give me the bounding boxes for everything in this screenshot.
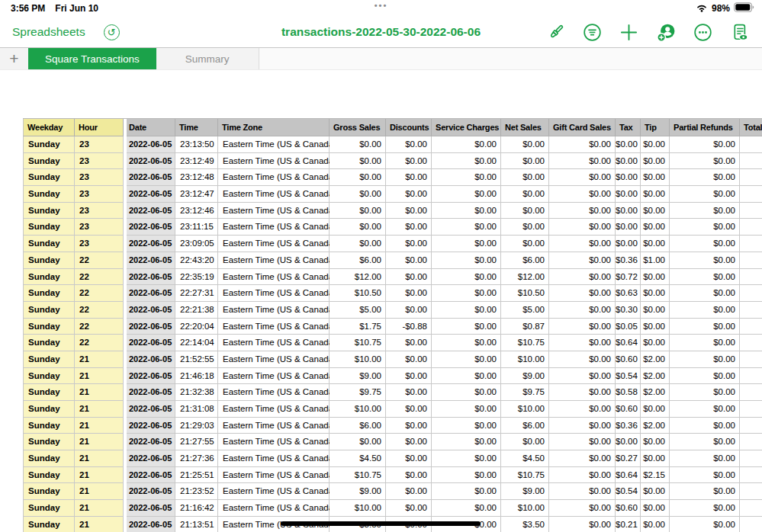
tab-square-transactions[interactable]: Square Transactions <box>28 48 156 69</box>
cell-partial-refunds-r1[interactable]: $0.00 <box>670 136 740 153</box>
cell-weekday-r8[interactable]: Sunday <box>23 252 75 269</box>
cell-weekday-r13[interactable]: Sunday <box>23 335 75 351</box>
cell-net-sales-r18[interactable]: $6.00 <box>501 418 549 434</box>
cell-date-r20[interactable]: 2022-06-05 <box>127 450 175 467</box>
cell-time-zone-r14[interactable]: Eastern Time (US & Canada) <box>218 351 330 368</box>
cell-time-zone-r13[interactable]: Eastern Time (US & Canada) <box>218 335 330 351</box>
cell-tip-r2[interactable]: $0.00 <box>641 153 670 170</box>
cell-date-r6[interactable]: 2022-06-05 <box>127 219 175 236</box>
cell-gross-sales-r7[interactable]: $0.00 <box>330 236 386 252</box>
col-header-time-zone[interactable]: Time Zone <box>218 119 330 136</box>
cell-discounts-r20[interactable]: $0.00 <box>386 450 432 467</box>
cell-partial-refunds-r7[interactable]: $0.00 <box>670 236 740 252</box>
cell-tip-r1[interactable]: $0.00 <box>641 136 670 153</box>
cell-gift-card-sales-r17[interactable]: $0.00 <box>549 401 616 418</box>
cell-gross-sales-r15[interactable]: $9.00 <box>330 368 386 385</box>
cell-time-zone-r10[interactable]: Eastern Time (US & Canada) <box>218 285 330 302</box>
cell-time-zone-r9[interactable]: Eastern Time (US & Canada) <box>218 269 330 286</box>
cell-total-r23[interactable] <box>740 500 762 517</box>
cell-tax-r21[interactable]: $0.64 <box>616 467 641 484</box>
cell-partial-refunds-r12[interactable]: $0.00 <box>670 319 740 335</box>
cell-tax-r7[interactable]: $0.00 <box>616 236 641 252</box>
cell-net-sales-r9[interactable]: $12.00 <box>501 269 549 286</box>
cell-total-r5[interactable] <box>740 203 762 220</box>
cell-discounts-r21[interactable]: $0.00 <box>386 467 432 484</box>
cell-time-r23[interactable]: 21:16:42 <box>175 500 218 517</box>
cell-total-r24[interactable] <box>740 517 762 532</box>
cell-gift-card-sales-r13[interactable]: $0.00 <box>549 335 616 351</box>
cell-weekday-r14[interactable]: Sunday <box>23 351 75 368</box>
cell-service-charges-r4[interactable]: $0.00 <box>432 186 501 203</box>
cell-gift-card-sales-r10[interactable]: $0.00 <box>549 285 616 302</box>
cell-hour-r5[interactable]: 23 <box>75 203 124 220</box>
cell-date-r7[interactable]: 2022-06-05 <box>127 236 175 252</box>
cell-service-charges-r15[interactable]: $0.00 <box>432 368 501 385</box>
cell-gift-card-sales-r22[interactable]: $0.00 <box>549 483 616 500</box>
cell-tip-r19[interactable]: $0.00 <box>641 434 670 450</box>
cell-net-sales-r3[interactable]: $0.00 <box>501 169 549 186</box>
cell-time-zone-r12[interactable]: Eastern Time (US & Canada) <box>218 319 330 335</box>
cell-discounts-r7[interactable]: $0.00 <box>386 236 432 252</box>
collaborate-icon[interactable] <box>655 22 677 43</box>
cell-total-r10[interactable] <box>740 285 762 302</box>
cell-service-charges-r21[interactable]: $0.00 <box>432 467 501 484</box>
cell-gross-sales-r13[interactable]: $10.75 <box>330 335 386 351</box>
cell-net-sales-r14[interactable]: $10.00 <box>501 351 549 368</box>
cell-date-r17[interactable]: 2022-06-05 <box>127 401 175 418</box>
cell-time-r22[interactable]: 21:23:52 <box>175 483 218 500</box>
cell-date-r2[interactable]: 2022-06-05 <box>127 153 175 170</box>
cell-weekday-r10[interactable]: Sunday <box>23 285 75 302</box>
cell-discounts-r10[interactable]: $0.00 <box>386 285 432 302</box>
cell-tip-r15[interactable]: $2.00 <box>641 368 670 385</box>
cell-weekday-r2[interactable]: Sunday <box>23 153 75 170</box>
cell-tip-r14[interactable]: $2.00 <box>641 351 670 368</box>
cell-gift-card-sales-r21[interactable]: $0.00 <box>549 467 616 484</box>
cell-time-r18[interactable]: 21:29:03 <box>175 418 218 434</box>
cell-partial-refunds-r20[interactable]: $0.00 <box>670 450 740 467</box>
cell-tip-r11[interactable]: $0.00 <box>641 302 670 319</box>
cell-gross-sales-r16[interactable]: $9.75 <box>330 384 386 401</box>
cell-gross-sales-r12[interactable]: $1.75 <box>330 319 386 335</box>
cell-net-sales-r4[interactable]: $0.00 <box>501 186 549 203</box>
cell-tax-r2[interactable]: $0.00 <box>616 153 641 170</box>
cell-time-zone-r5[interactable]: Eastern Time (US & Canada) <box>218 203 330 220</box>
cell-hour-r15[interactable]: 21 <box>75 368 124 385</box>
cell-hour-r8[interactable]: 22 <box>75 252 124 269</box>
cell-hour-r4[interactable]: 23 <box>75 186 124 203</box>
cell-service-charges-r14[interactable]: $0.00 <box>432 351 501 368</box>
cell-tax-r4[interactable]: $0.00 <box>616 186 641 203</box>
cell-gift-card-sales-r6[interactable]: $0.00 <box>549 219 616 236</box>
cell-time-r16[interactable]: 21:32:38 <box>175 384 218 401</box>
cell-total-r19[interactable] <box>740 434 762 450</box>
add-sheet-button[interactable]: + <box>0 48 28 69</box>
cell-time-zone-r8[interactable]: Eastern Time (US & Canada) <box>218 252 330 269</box>
cell-time-r24[interactable]: 21:13:51 <box>175 517 218 532</box>
cell-tax-r6[interactable]: $0.00 <box>616 219 641 236</box>
cell-gift-card-sales-r20[interactable]: $0.00 <box>549 450 616 467</box>
cell-hour-r2[interactable]: 23 <box>75 153 124 170</box>
cell-net-sales-r24[interactable]: $3.50 <box>501 517 549 532</box>
cell-total-r12[interactable] <box>740 319 762 335</box>
back-to-spreadsheets-button[interactable]: Spreadsheets <box>12 25 85 39</box>
cell-tip-r21[interactable]: $2.15 <box>641 467 670 484</box>
cell-tax-r24[interactable]: $0.21 <box>616 517 641 532</box>
cell-total-r8[interactable] <box>740 252 762 269</box>
cell-weekday-r22[interactable]: Sunday <box>23 483 75 500</box>
cell-hour-r13[interactable]: 22 <box>75 335 124 351</box>
cell-tip-r20[interactable]: $0.00 <box>641 450 670 467</box>
col-header-weekday[interactable]: Weekday <box>23 119 75 136</box>
cell-partial-refunds-r2[interactable]: $0.00 <box>670 153 740 170</box>
cell-time-r4[interactable]: 23:12:47 <box>175 186 218 203</box>
cell-net-sales-r22[interactable]: $9.00 <box>501 483 549 500</box>
cell-weekday-r5[interactable]: Sunday <box>23 203 75 220</box>
cell-weekday-r17[interactable]: Sunday <box>23 401 75 418</box>
cell-date-r1[interactable]: 2022-06-05 <box>127 136 175 153</box>
cell-time-r10[interactable]: 22:27:31 <box>175 285 218 302</box>
cell-net-sales-r1[interactable]: $0.00 <box>501 136 549 153</box>
cell-service-charges-r18[interactable]: $0.00 <box>432 418 501 434</box>
cell-tax-r5[interactable]: $0.00 <box>616 203 641 220</box>
cell-gross-sales-r11[interactable]: $5.00 <box>330 302 386 319</box>
cell-time-zone-r2[interactable]: Eastern Time (US & Canada) <box>218 153 330 170</box>
cell-gift-card-sales-r12[interactable]: $0.00 <box>549 319 616 335</box>
col-header-service-charges[interactable]: Service Charges <box>432 119 501 136</box>
